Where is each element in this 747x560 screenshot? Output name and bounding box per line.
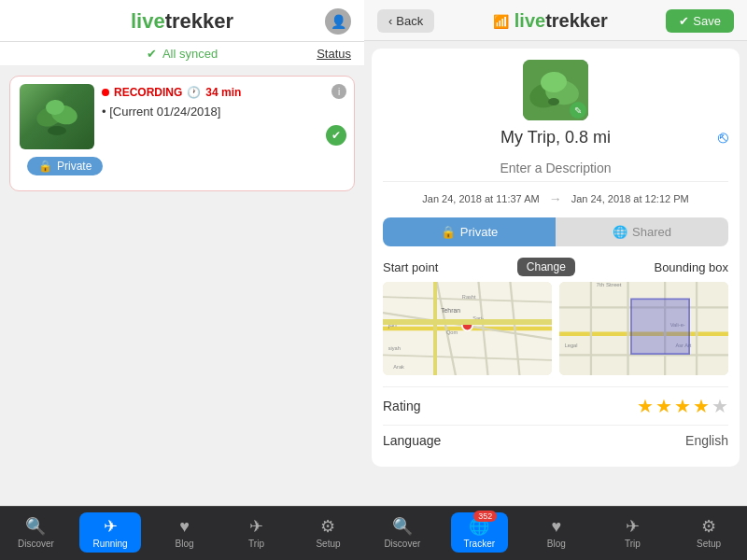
private-toggle-btn[interactable]: 🔒 Private <box>383 217 556 246</box>
save-button[interactable]: ✔ Save <box>666 9 734 33</box>
clock-icon: 🕐 <box>187 86 201 99</box>
svg-text:siyah: siyah <box>388 345 401 351</box>
tab-discover[interactable]: 🔍 Discover <box>7 516 63 549</box>
maps-row: jan Rasht Sari- Qom Tehran siyah Arak <box>383 282 728 375</box>
recording-label: RECORDING <box>114 86 182 99</box>
language-label: Language <box>383 433 441 448</box>
rating-label: Rating <box>383 399 420 413</box>
logo-bold: trekker <box>165 9 233 33</box>
trip-detail-image[interactable]: ✎ <box>523 60 588 120</box>
star-2[interactable]: ★ <box>655 395 672 417</box>
setup-icon-right: ⚙ <box>701 516 716 537</box>
setup-label-right: Setup <box>697 539 721 549</box>
tab-setup-right[interactable]: ⚙ Setup <box>681 516 737 549</box>
left-header: livetrekker 👤 <box>0 0 364 42</box>
right-footer: 🔍 Discover 🌐 352 Tracker ♥ Blog ✈ Trip ⚙… <box>364 506 747 560</box>
time-label: 34 min <box>205 86 241 99</box>
synced-icon: ✔ <box>326 125 346 146</box>
discover-icon: 🔍 <box>25 516 46 537</box>
bounding-box-label: Bounding box <box>654 260 728 274</box>
shared-toggle-label: Shared <box>632 225 671 239</box>
setup-label-left: Setup <box>316 539 340 549</box>
save-label: Save <box>693 14 721 28</box>
right-logo-prefix: live <box>514 10 545 31</box>
rating-row: Rating ★ ★ ★ ★ ★ <box>383 386 728 425</box>
discover-label-right: Discover <box>384 539 420 549</box>
tab-blog-left[interactable]: ♥ Blog <box>157 517 213 549</box>
private-toggle-label: Private <box>460 225 498 239</box>
tab-trip-right[interactable]: ✈ Trip <box>604 516 660 549</box>
tab-tracker[interactable]: 🌐 352 Tracker <box>451 512 509 553</box>
svg-text:Legal: Legal <box>565 343 578 348</box>
change-button[interactable]: Change <box>517 258 575 276</box>
right-header: ‹ Back 📶 livetrekker ✔ Save <box>364 0 747 41</box>
sync-check-icon: ✔ <box>147 47 157 61</box>
svg-text:Sari-: Sari- <box>472 315 484 321</box>
tab-discover-right[interactable]: 🔍 Discover <box>374 516 430 549</box>
bounding-box-map[interactable]: 7th Street Vali-e- Asr Art Legal <box>559 282 728 375</box>
privacy-toggle: 🔒 Private 🌐 Shared <box>383 217 728 246</box>
blog-label-right: Blog <box>547 539 566 549</box>
left-panel: livetrekker 👤 ✔ All synced Status <box>0 0 364 560</box>
trip-card[interactable]: RECORDING 🕐 34 min • [Current 01/24/2018… <box>9 76 355 191</box>
trip-label-left: Trip <box>248 539 264 549</box>
map-streets: jan Rasht Sari- Qom Tehran siyah Arak <box>383 282 552 375</box>
tab-blog-right[interactable]: ♥ Blog <box>529 517 585 549</box>
svg-text:jan: jan <box>388 321 397 329</box>
start-point-map[interactable]: jan Rasht Sari- Qom Tehran siyah Arak <box>383 282 552 375</box>
shared-toggle-btn[interactable]: 🌐 Shared <box>556 217 728 246</box>
date-row: Jan 24, 2018 at 11:37 AM → Jan 24, 2018 … <box>422 191 688 206</box>
left-footer: 🔍 Discover ✈ Running ♥ Blog ✈ Trip ⚙ Set… <box>0 506 364 560</box>
star-5[interactable]: ★ <box>712 395 728 417</box>
lock-icon-toggle: 🔒 <box>441 225 456 239</box>
stars[interactable]: ★ ★ ★ ★ ★ <box>637 395 728 417</box>
recording-badge: RECORDING 🕐 34 min <box>102 86 345 99</box>
edit-badge: ✎ <box>570 102 586 119</box>
logo-prefix: live <box>131 9 165 33</box>
info-icon[interactable]: i <box>331 84 346 99</box>
trip-label-right: Trip <box>625 539 641 549</box>
star-3[interactable]: ★ <box>674 395 691 417</box>
tracker-badge: 352 <box>473 511 497 522</box>
star-4[interactable]: ★ <box>693 395 710 417</box>
share-icon[interactable]: ⎋ <box>718 128 728 147</box>
private-label: Private <box>57 160 92 173</box>
right-logo: livetrekker <box>514 10 608 32</box>
trip-info: RECORDING 🕐 34 min • [Current 01/24/2018… <box>102 84 345 119</box>
tab-running[interactable]: ✈ Running <box>79 512 140 553</box>
star-1[interactable]: ★ <box>637 395 654 417</box>
rec-dot <box>102 89 109 96</box>
map-section-header: Start point Change Bounding box <box>383 258 728 276</box>
tab-trip-left[interactable]: ✈ Trip <box>229 516 285 549</box>
svg-text:Rasht: Rasht <box>462 294 476 300</box>
right-content: ✎ My Trip, 0.8 mi ⎋ Jan 24, 2018 at 11:3… <box>364 41 747 506</box>
description-input[interactable] <box>383 155 728 182</box>
back-button[interactable]: ‹ Back <box>377 9 434 33</box>
tab-setup-left[interactable]: ⚙ Setup <box>300 516 356 549</box>
right-logo-bold: trekker <box>545 10 608 31</box>
sync-text: All synced <box>162 47 218 61</box>
lock-icon: 🔒 <box>38 160 52 173</box>
date-end: Jan 24, 2018 at 12:12 PM <box>571 193 689 204</box>
svg-text:Qom: Qom <box>446 329 458 335</box>
map-section: Start point Change Bounding box <box>383 258 728 375</box>
save-check-icon: ✔ <box>679 14 689 28</box>
svg-rect-37 <box>631 299 689 354</box>
running-icon: ✈ <box>104 516 118 537</box>
status-link[interactable]: Status <box>317 47 351 61</box>
trip-thumbnail <box>20 84 94 149</box>
private-button[interactable]: 🔒 Private <box>27 157 103 175</box>
svg-point-24 <box>462 320 472 330</box>
svg-point-8 <box>548 98 559 105</box>
blog-label-left: Blog <box>176 539 194 549</box>
trip-icon-right: ✈ <box>626 516 640 537</box>
language-row: Language English <box>383 425 728 455</box>
language-value: English <box>685 433 728 448</box>
back-chevron-icon: ‹ <box>388 14 392 28</box>
profile-icon[interactable]: 👤 <box>325 8 351 35</box>
blog-icon-left: ♥ <box>179 517 190 537</box>
wifi-icon: 📶 <box>493 14 509 29</box>
trip-card-header: RECORDING 🕐 34 min • [Current 01/24/2018… <box>10 77 354 153</box>
svg-text:Arak: Arak <box>393 364 404 370</box>
discover-label: Discover <box>18 539 54 549</box>
